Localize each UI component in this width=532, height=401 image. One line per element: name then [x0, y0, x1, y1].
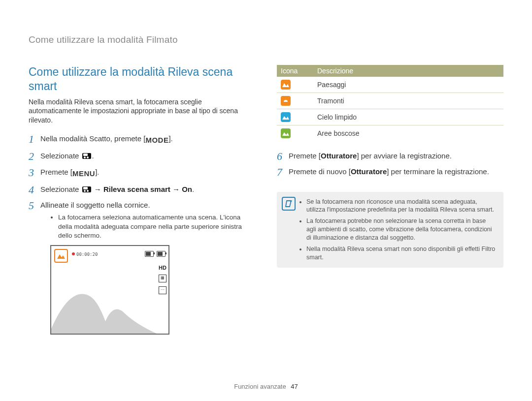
step-3-pre: Premete [	[40, 168, 72, 176]
step-4-pre: Selezionate	[40, 185, 81, 193]
note-item: Se la fotocamera non riconosce una modal…	[306, 198, 497, 215]
info-icon	[282, 197, 296, 211]
preview-side-icons: HD ▦ ⋯	[159, 265, 166, 294]
scene-landscape-icon	[54, 249, 68, 263]
note-box: Se la fotocamera non riconosce una modal…	[277, 192, 503, 268]
step-7-pre: Premete di nuovo [	[289, 167, 351, 176]
mode-button-icon: MODE	[145, 135, 168, 145]
scene-icon-table: Icona Descrizione Paesaggi Tramonti	[277, 65, 503, 141]
table-cell: Cielo limpido	[313, 109, 503, 125]
step-5-sub: La fotocamera seleziona automaticamente …	[58, 213, 255, 240]
clear-sky-icon	[281, 112, 291, 122]
step-5: Allineate il soggetto nella cornice. La …	[29, 200, 255, 340]
step-4-post: .	[192, 185, 194, 193]
storage-icon	[157, 251, 166, 257]
step-7-post: ] per terminare la registrazione.	[387, 167, 489, 176]
breadcrumb: Come utilizzare la modalità Filmato	[29, 34, 503, 45]
preview-image	[51, 275, 157, 334]
steps-list: Nella modalità Scatto, premete [MODE]. S…	[29, 134, 255, 340]
menu-button-icon: MENU	[72, 169, 95, 179]
step-4-bold: → Rileva scena smart → On	[92, 185, 192, 193]
hd-badge: HD	[159, 265, 166, 271]
table-row: Paesaggi	[277, 77, 503, 93]
step-7: Premete di nuovo [Otturatore] per termin…	[277, 167, 503, 183]
two-column-layout: Come utilizzare la modalità Rileva scena…	[29, 65, 503, 340]
intro-text: Nella modalità Rileva scena smart, la fo…	[29, 97, 255, 125]
note-item: La fotocamera potrebbe non selezionare l…	[306, 217, 497, 242]
note-item: Nella modalità Rileva scena smart non so…	[306, 245, 497, 262]
table-cell: Aree boscose	[313, 125, 503, 142]
step-2-pre: Selezionate	[40, 152, 81, 160]
step-6-bold: Otturatore	[321, 152, 357, 160]
landscape-icon	[281, 80, 291, 90]
settings-icon: ⋯	[159, 286, 166, 294]
video-mode-icon	[82, 153, 91, 159]
note-list: Se la fotocamera non riconosce una modal…	[299, 198, 497, 262]
steps-list-continued: Premete [Otturatore] per avviare la regi…	[277, 151, 503, 183]
step-6-post: ] per avviare la registrazione.	[357, 152, 452, 160]
svg-rect-4	[282, 102, 289, 103]
page-footer: Funzioni avanzate 47	[0, 383, 532, 390]
recording-time: 00:00:20	[72, 252, 98, 257]
step-6: Premete [Otturatore] per avviare la regi…	[277, 151, 503, 167]
step-6-pre: Premete [	[289, 152, 321, 160]
forest-icon	[281, 128, 291, 138]
page-title: Come utilizzare la modalità Rileva scena…	[29, 65, 255, 93]
table-header-desc: Descrizione	[313, 65, 503, 77]
camera-preview: 00:00:20 HD ▦ ⋯	[50, 245, 169, 335]
preview-status-icons	[145, 251, 166, 257]
battery-icon	[145, 251, 154, 257]
step-3: Premete [MENU].	[29, 167, 255, 185]
table-cell: Tramonti	[313, 93, 503, 109]
step-5-sublist: La fotocamera seleziona automaticamente …	[40, 213, 255, 240]
step-5-text: Allineate il soggetto nella cornice.	[40, 201, 150, 209]
step-7-bold: Otturatore	[351, 167, 387, 176]
table-row: Aree boscose	[277, 125, 503, 142]
table-header-icon: Icona	[277, 65, 313, 77]
video-mode-icon	[82, 186, 91, 192]
table-row: Tramonti	[277, 93, 503, 109]
step-2: Selezionate .	[29, 151, 255, 167]
step-2-post: .	[92, 152, 94, 160]
sunset-icon	[281, 96, 291, 106]
page-number: 47	[291, 383, 298, 390]
manual-page: Come utilizzare la modalità Filmato Come…	[0, 0, 532, 401]
preview-top-bar: 00:00:20	[54, 249, 166, 261]
footer-section: Funzioni avanzate	[234, 383, 286, 390]
right-column: Icona Descrizione Paesaggi Tramonti	[277, 65, 503, 340]
table-cell: Paesaggi	[313, 77, 503, 93]
step-1: Nella modalità Scatto, premete [MODE].	[29, 134, 255, 151]
left-column: Come utilizzare la modalità Rileva scena…	[29, 65, 255, 340]
step-3-post: ].	[95, 168, 99, 176]
step-1-post: ].	[168, 134, 172, 143]
step-4: Selezionate → Rileva scena smart → On.	[29, 185, 255, 200]
step-1-pre: Nella modalità Scatto, premete [	[40, 134, 145, 143]
table-row: Cielo limpido	[277, 109, 503, 125]
resolution-icon: ▦	[159, 275, 166, 282]
